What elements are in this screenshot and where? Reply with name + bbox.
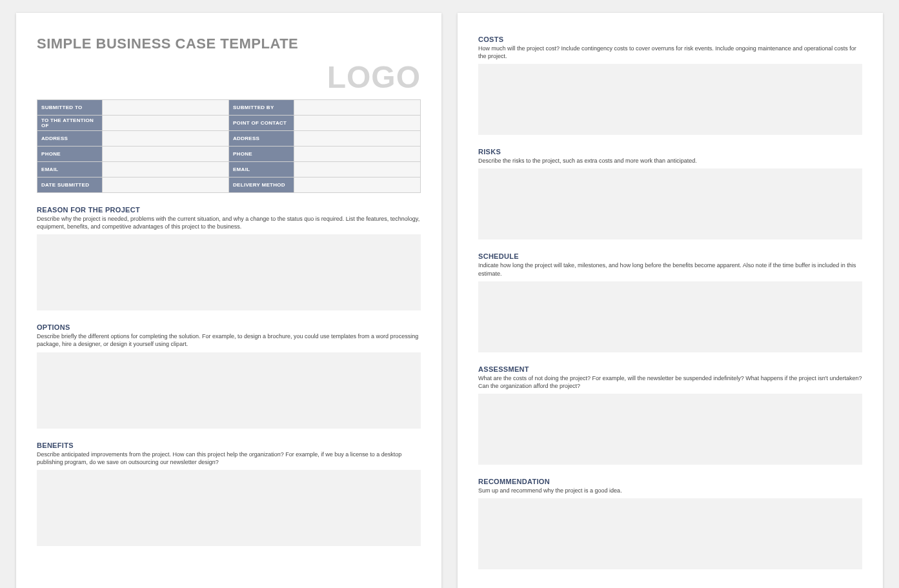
section-heading: RECOMMENDATION: [478, 478, 862, 485]
section-desc: Describe the risks to the project, such …: [478, 157, 862, 165]
info-value[interactable]: [102, 147, 228, 162]
info-value[interactable]: [294, 100, 420, 116]
info-value[interactable]: [294, 162, 420, 177]
info-value[interactable]: [294, 177, 420, 193]
section-heading: COSTS: [478, 35, 862, 43]
info-label: DATE SUBMITTED: [37, 177, 103, 193]
info-row: EMAILEMAIL: [37, 162, 421, 177]
section-assessment: ASSESSMENT What are the costs of not doi…: [478, 365, 862, 465]
section-heading: RISKS: [478, 148, 862, 156]
section-risks: RISKS Describe the risks to the project,…: [478, 148, 862, 239]
info-label: PHONE: [37, 147, 103, 162]
input-box-recommendation[interactable]: [478, 498, 862, 569]
info-label: EMAIL: [37, 162, 103, 177]
section-reason: REASON FOR THE PROJECT Describe why the …: [37, 206, 421, 310]
input-box-assessment[interactable]: [478, 394, 862, 465]
info-value[interactable]: [102, 177, 228, 193]
logo-placeholder: LOGO: [37, 62, 421, 93]
section-options: OPTIONS Describe briefly the different o…: [37, 323, 421, 428]
section-schedule: SCHEDULE Indicate how long the project w…: [478, 252, 862, 352]
input-box-risks[interactable]: [478, 168, 862, 239]
info-label: POINT OF CONTACT: [228, 116, 294, 131]
section-heading: SCHEDULE: [478, 252, 862, 260]
info-row: ADDRESSADDRESS: [37, 131, 421, 147]
info-value[interactable]: [102, 116, 228, 131]
info-row: PHONEPHONE: [37, 147, 421, 162]
section-benefits: BENEFITS Describe anticipated improvemen…: [37, 441, 421, 546]
info-table: SUBMITTED TOSUBMITTED BY TO THE ATTENTIO…: [37, 99, 421, 193]
page-2: COSTS How much will the project cost? In…: [458, 13, 883, 588]
info-label: DELIVERY METHOD: [228, 177, 294, 193]
section-desc: Describe why the project is needed, prob…: [37, 215, 421, 230]
info-label: ADDRESS: [37, 131, 103, 147]
info-value[interactable]: [294, 131, 420, 147]
section-heading: BENEFITS: [37, 441, 421, 449]
section-desc: Indicate how long the project will take,…: [478, 261, 862, 277]
page-1: SIMPLE BUSINESS CASE TEMPLATE LOGO SUBMI…: [16, 13, 441, 588]
info-label: PHONE: [228, 147, 294, 162]
info-value[interactable]: [102, 100, 228, 116]
info-row: SUBMITTED TOSUBMITTED BY: [37, 100, 421, 116]
section-heading: OPTIONS: [37, 323, 421, 331]
section-heading: REASON FOR THE PROJECT: [37, 206, 421, 214]
section-desc: Describe anticipated improvements from t…: [37, 451, 421, 466]
section-desc: What are the costs of not doing the proj…: [478, 374, 862, 390]
section-costs: COSTS How much will the project cost? In…: [478, 35, 862, 135]
info-label: SUBMITTED BY: [228, 100, 294, 116]
info-label: SUBMITTED TO: [37, 100, 103, 116]
section-desc: Describe briefly the different options f…: [37, 332, 421, 348]
section-recommendation: RECOMMENDATION Sum up and recommend why …: [478, 478, 862, 569]
info-value[interactable]: [102, 131, 228, 147]
section-heading: ASSESSMENT: [478, 365, 862, 373]
input-box-schedule[interactable]: [478, 281, 862, 352]
input-box-costs[interactable]: [478, 64, 862, 135]
info-value[interactable]: [294, 147, 420, 162]
info-row: TO THE ATTENTION OFPOINT OF CONTACT: [37, 116, 421, 131]
info-label: TO THE ATTENTION OF: [37, 116, 103, 131]
info-value[interactable]: [102, 162, 228, 177]
doc-title: SIMPLE BUSINESS CASE TEMPLATE: [37, 35, 421, 52]
info-value[interactable]: [294, 116, 420, 131]
input-box-benefits[interactable]: [37, 470, 421, 546]
section-desc: Sum up and recommend why the project is …: [478, 487, 862, 494]
section-desc: How much will the project cost? Include …: [478, 45, 862, 60]
info-label: ADDRESS: [228, 131, 294, 147]
input-box-reason[interactable]: [37, 234, 421, 310]
info-row: DATE SUBMITTEDDELIVERY METHOD: [37, 177, 421, 193]
input-box-options[interactable]: [37, 352, 421, 429]
info-label: EMAIL: [228, 162, 294, 177]
